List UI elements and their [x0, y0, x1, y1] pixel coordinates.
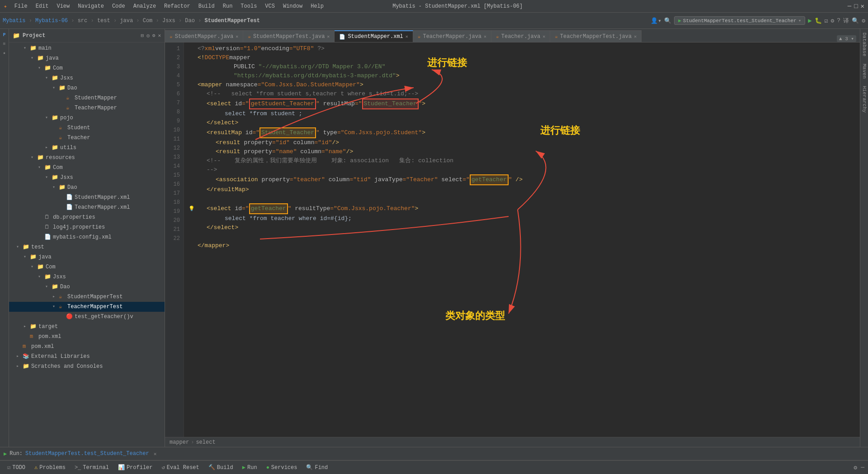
user-icon[interactable]: 👤▾	[651, 17, 661, 24]
services-tool[interactable]: ● Services	[263, 464, 301, 472]
tree-item-scratches[interactable]: ▸ 📁 Scratches and Consoles	[9, 361, 165, 371]
tree-item-student[interactable]: ▾ ☕ Student	[9, 123, 165, 133]
tree-item-com1[interactable]: ▾ 📁 Com	[9, 63, 165, 73]
menu-code[interactable]: Code	[108, 2, 129, 10]
tree-item-test[interactable]: ▾ 📁 test	[9, 242, 165, 252]
restore-button[interactable]: □	[854, 3, 858, 10]
run-close-icon[interactable]: ✕	[154, 451, 157, 457]
tab-student-mapper-xml[interactable]: 📄 StudentMapper.xml ✕	[335, 30, 413, 42]
code-editor[interactable]: 1234 5678 9101112 13141516 17181920 2122…	[165, 42, 860, 437]
code-text[interactable]: <?xml version="1.0" encoding="UTF8" ?> <…	[184, 42, 860, 437]
tree-item-target[interactable]: ▸ 📁 target	[9, 322, 165, 332]
tree-item-utils[interactable]: ▸ 📁 utils	[9, 143, 165, 153]
tree-item-db-properties[interactable]: ▾ 🗒 db.properties	[9, 212, 165, 222]
menu-edit[interactable]: Edit	[32, 2, 52, 10]
run-tool[interactable]: ▶ Run	[239, 463, 261, 472]
tree-item-test-get-teacher[interactable]: ▾ 🔴 test_getTeacher()v	[9, 312, 165, 322]
menu-view[interactable]: View	[53, 2, 73, 10]
run-button[interactable]: ▶	[808, 17, 811, 24]
debug-button[interactable]: 🐛	[815, 17, 822, 24]
run-config-name[interactable]: StudentMapperTest.test_Student_Teacher	[25, 451, 149, 457]
search-everywhere-icon[interactable]: 🔍	[664, 17, 671, 24]
gear-icon[interactable]: ⚙	[862, 17, 865, 24]
menu-analyze[interactable]: Analyze	[130, 2, 160, 10]
menu-refactor[interactable]: Refactor	[160, 2, 194, 10]
menu-window[interactable]: Window	[279, 2, 306, 10]
tree-item-jsxs-test[interactable]: ▾ 📁 Jsxs	[9, 272, 165, 282]
tab-close-icon3[interactable]: ✕	[406, 34, 408, 39]
minimize-tool-icon[interactable]: ─	[861, 464, 864, 471]
tab-close-icon2[interactable]: ✕	[327, 34, 330, 39]
menu-navigate[interactable]: Navigate	[74, 2, 108, 10]
settings-tool-icon[interactable]: ⚙	[854, 464, 857, 471]
profiler-tool[interactable]: 📊 Profiler	[114, 463, 156, 472]
breadcrumb-mapper[interactable]: mapper	[170, 439, 189, 446]
menu-tools[interactable]: Tools	[237, 2, 260, 10]
tree-item-com-res[interactable]: ▾ 📁 Com	[9, 163, 165, 173]
tree-item-pom-module[interactable]: ▾ m pom.xml	[9, 332, 165, 342]
tree-item-pojo[interactable]: ▾ 📁 pojo	[9, 113, 165, 123]
eval-reset-tool[interactable]: ↺ Eval Reset	[158, 463, 203, 472]
search-icon[interactable]: 🔍	[852, 17, 859, 24]
tree-item-log4j-properties[interactable]: ▾ 🗒 log4j.properties	[9, 222, 165, 232]
tab-student-mapper-java[interactable]: ☕ StudentMapper.java ✕	[165, 30, 243, 42]
tree-item-jsxs1[interactable]: ▾ 📁 Jsxs	[9, 73, 165, 83]
tree-item-resources[interactable]: ▾ 📁 resources	[9, 153, 165, 163]
menu-build[interactable]: Build	[195, 2, 218, 10]
tree-item-student-mapper-xml[interactable]: ▾ 📄 StudentMapper.xml	[9, 192, 165, 202]
translate-icon[interactable]: 译	[843, 17, 849, 25]
tab-student-mapper-test-java[interactable]: ☕ StudentMapperTest.java ✕	[243, 30, 335, 42]
menu-file[interactable]: File	[11, 2, 31, 10]
todo-tool[interactable]: ☑ TODO	[4, 463, 29, 472]
menu-run[interactable]: Run	[219, 2, 236, 10]
tree-item-teacher-mapper-test[interactable]: ▾ ☕ TeacherMapperTest	[9, 302, 165, 312]
tree-item-com-test[interactable]: ▾ 📁 Com	[9, 262, 165, 272]
tree-item-main[interactable]: ▾ 📁 main	[9, 43, 165, 53]
locate-icon[interactable]: ◎	[146, 33, 150, 38]
tree-item-dao-test[interactable]: ▾ 📁 Dao	[9, 282, 165, 292]
problems-tool[interactable]: ⚠ Problems	[31, 463, 69, 472]
tab-close-icon6[interactable]: ✕	[634, 34, 637, 39]
menu-help[interactable]: Help	[307, 2, 327, 10]
help-icon[interactable]: ?	[837, 17, 840, 24]
tree-item-dao-res[interactable]: ▾ 📁 Dao	[9, 183, 165, 192]
tree-item-dao1[interactable]: ▾ 📁 Dao	[9, 83, 165, 93]
tree-item-teacher-mapper-xml[interactable]: ▾ 📄 TeacherMapper.xml	[9, 202, 165, 212]
tree-item-teacher-mapper[interactable]: ▾ ☕ TeacherMapper	[9, 103, 165, 113]
tab-close-icon5[interactable]: ✕	[542, 34, 545, 39]
menu-vcs[interactable]: VCS	[261, 2, 278, 10]
find-tool[interactable]: 🔍 Find	[302, 463, 331, 472]
tree-item-ext-libs[interactable]: ▸ 📚 External Libraries	[9, 352, 165, 361]
breadcrumb-select[interactable]: select	[196, 439, 215, 446]
tree-item-java-test[interactable]: ▾ 📁 java	[9, 252, 165, 262]
close-button[interactable]: ✕	[861, 2, 864, 10]
favorites-icon[interactable]: ★	[0, 49, 9, 57]
tree-item-java-main[interactable]: ▾ 📁 java	[9, 53, 165, 63]
tree-item-pom-root[interactable]: ▾ m pom.xml	[9, 342, 165, 352]
database-panel-label[interactable]: Database	[861, 29, 868, 60]
tab-close-icon4[interactable]: ✕	[484, 34, 486, 39]
maven-panel-label[interactable]: Maven	[861, 60, 868, 82]
tree-item-student-mapper[interactable]: ▾ ☕ StudentMapper	[9, 93, 165, 103]
tab-teacher-mapper-test-java[interactable]: ☕ TeacherMapperTest.java ✕	[550, 30, 642, 42]
close-panel-icon[interactable]: ✕	[158, 33, 161, 38]
project-icon[interactable]: P	[0, 31, 9, 39]
settings-sidebar-icon[interactable]: ⚙	[152, 33, 156, 38]
tree-item-teacher[interactable]: ▾ ☕ Teacher	[9, 133, 165, 143]
build-tool[interactable]: 🔨 Build	[205, 463, 237, 472]
tree-item-jsxs-res[interactable]: ▾ 📁 Jsxs	[9, 173, 165, 183]
tab-close-icon[interactable]: ✕	[236, 34, 238, 39]
tree-item-student-mapper-test[interactable]: ▸ ☕ StudentMapperTest	[9, 292, 165, 302]
collapse-all-icon[interactable]: ⊟	[141, 33, 144, 38]
settings-icon[interactable]: ⚙	[831, 17, 835, 24]
structure-icon[interactable]: ≡	[0, 40, 9, 48]
run-config-selector[interactable]: ▶ StudentMapperTest.test_Student_Teacher…	[674, 16, 805, 25]
minimize-button[interactable]: ─	[848, 3, 851, 10]
run-label[interactable]: Run:	[9, 451, 23, 457]
tab-teacher-mapper-java[interactable]: ☕ TeacherMapper.java ✕	[413, 30, 491, 42]
hierarchy-panel-label[interactable]: Hierarchy	[861, 82, 868, 116]
coverage-button[interactable]: ☑	[825, 17, 828, 24]
terminal-tool[interactable]: >_ Terminal	[71, 464, 113, 472]
tree-item-mybatis-config[interactable]: ▾ 📄 mybatis-config.xml	[9, 232, 165, 242]
tab-teacher-java[interactable]: ☕ Teacher.java ✕	[491, 30, 550, 42]
